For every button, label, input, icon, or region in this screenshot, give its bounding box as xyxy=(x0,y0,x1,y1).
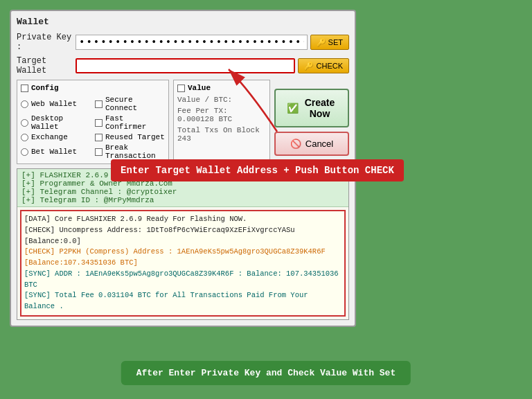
total-row: Total Txs On Block 243 xyxy=(177,126,266,143)
cb-break-transaction[interactable] xyxy=(95,148,103,156)
cb-secure-connect[interactable] xyxy=(95,100,103,108)
value-btc-row: Value / BTC: xyxy=(177,96,266,104)
log-line-2: [CHECK] Uncompress Address: 1DtTo8fP6cYW… xyxy=(24,225,342,247)
log-box: [DATA] Core FLASHIXER 2.6.9 Ready For Fl… xyxy=(20,210,346,317)
action-buttons: ✅ Create Now 🚫 Cancel xyxy=(274,80,349,164)
cancel-button[interactable]: 🚫 Cancel xyxy=(274,132,349,156)
create-check-icon: ✅ xyxy=(287,103,299,114)
config-bet-wallet: Bet Wallet xyxy=(21,143,91,160)
config-break-transaction: Break Transaction xyxy=(95,143,165,160)
target-wallet-row: Target Wallet 🔑 CHECK xyxy=(17,56,349,76)
config-web-wallet: Web Wallet xyxy=(21,96,91,112)
target-wallet-input[interactable] xyxy=(76,58,295,73)
info-line-3: [+] Telegram Channel : @cryptoixer xyxy=(21,188,344,196)
private-key-label: Private Key : xyxy=(17,33,76,52)
fee-row: Fee Per TX: 0.000128 BTC xyxy=(177,107,266,123)
target-wallet-label: Target Wallet xyxy=(17,56,76,76)
log-line-1: [DATA] Core FLASHIXER 2.6.9 Ready For Fl… xyxy=(24,214,342,225)
radio-web-wallet[interactable] xyxy=(21,100,28,108)
set-button[interactable]: 🔑 SET xyxy=(310,35,349,50)
log-section: [+] FLASHIXER 2.6.9 [+] Programmer & Own… xyxy=(17,168,349,320)
config-secure-connect: Secure Connect xyxy=(95,96,165,112)
value-checkbox[interactable] xyxy=(177,85,185,92)
config-title: Config xyxy=(21,84,165,92)
panel-title: Wallet xyxy=(17,17,349,27)
check-button[interactable]: 🔑 CHECK xyxy=(298,58,349,73)
radio-desktop-wallet[interactable] xyxy=(21,119,28,127)
config-section: Config Web Wallet Secure Connect Desktop… xyxy=(17,80,169,164)
private-key-input[interactable] xyxy=(76,35,308,50)
cb-reused-target[interactable] xyxy=(95,134,103,141)
config-grid: Web Wallet Secure Connect Desktop Wallet… xyxy=(21,96,165,160)
config-fast-confirmer: Fast Confirmer xyxy=(95,114,165,131)
log-line-3: [CHECK] P2PKH (Compress) Address : 1AEnA… xyxy=(24,247,342,269)
arrow-annotation-label: Enter Target Wallet Address + Push Butto… xyxy=(111,159,404,181)
config-desktop-wallet: Desktop Wallet xyxy=(21,114,91,131)
log-line-5: [SYNC] Total Fee 0.031104 BTC for All Tr… xyxy=(24,290,342,312)
log-line-4: [SYNC] ADDR : 1AEnA9eKs5pw5Ag8gro3QUGCa8… xyxy=(24,269,342,291)
info-line-4: [+] Telegram ID : @MrPyMmdrza xyxy=(21,196,344,204)
value-section: Value Value / BTC: Fee Per TX: 0.000128 … xyxy=(173,80,270,164)
cancel-x-icon: 🚫 xyxy=(290,139,301,149)
config-exchange: Exchange xyxy=(21,133,91,141)
radio-bet-wallet[interactable] xyxy=(21,148,28,156)
value-title: Value xyxy=(177,84,266,92)
lower-section: Config Web Wallet Secure Connect Desktop… xyxy=(17,80,349,164)
cb-fast-confirmer[interactable] xyxy=(95,119,103,127)
radio-exchange[interactable] xyxy=(21,134,28,141)
create-now-button[interactable]: ✅ Create Now xyxy=(274,89,349,127)
config-checkbox[interactable] xyxy=(21,85,28,92)
bottom-banner: After Enter Private Key and Check Value … xyxy=(121,361,411,385)
config-reused-target: Reused Target xyxy=(95,133,165,141)
private-key-row: Private Key : 🔑 SET xyxy=(17,33,349,52)
